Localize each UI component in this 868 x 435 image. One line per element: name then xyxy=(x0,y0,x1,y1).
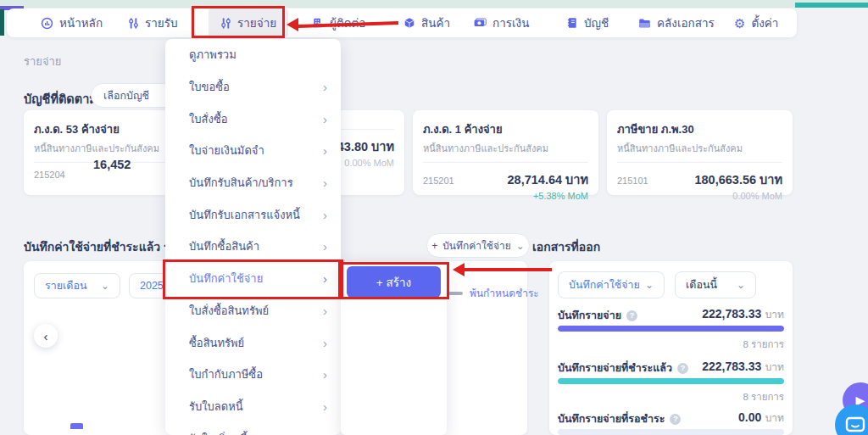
dashboard-icon xyxy=(41,17,53,30)
chevron-right-icon: › xyxy=(323,112,327,126)
menu-item-asset-purchase[interactable]: ซื้อสินทรัพย์› xyxy=(165,326,341,359)
nav-label: หน้าหลัก xyxy=(59,14,103,32)
plus-icon: + xyxy=(431,240,437,252)
nav-label: รายจ่าย xyxy=(237,14,276,32)
sliders-icon xyxy=(128,17,139,30)
main-navbar: หน้าหลัก รายรับ รายจ่าย ผู้ติดต่อ สินค้า… xyxy=(7,8,797,37)
chevron-right-icon: › xyxy=(323,336,327,350)
period-select[interactable]: รายเดือน ⌄ xyxy=(34,273,120,298)
ledger-book-icon xyxy=(566,17,578,29)
account-card-title: ภ.ง.ด. 1 ค้างจ่าย xyxy=(423,120,588,138)
nav-item-settings[interactable]: ⚙ ตั้งค่า xyxy=(734,8,778,37)
menu-item-deposit-payment[interactable]: ใบจ่ายเงินมัดจำ› xyxy=(165,135,341,167)
chevron-right-icon: › xyxy=(323,239,327,254)
create-label: สร้าง xyxy=(386,276,411,289)
legend-dash-icon xyxy=(448,292,463,295)
stat-pending-value: 0.00 บาท xyxy=(558,410,784,426)
select-account-label: เลือกบัญชี xyxy=(103,87,149,104)
menu-label: รับใบเพิ่มหนี้ xyxy=(189,430,248,435)
period-select-value: รายเดือน xyxy=(45,277,87,294)
chevron-down-icon: ⌄ xyxy=(516,240,525,252)
nav-item-accounting[interactable]: บัญชี xyxy=(566,8,609,37)
nav-label: คลังเอกสาร xyxy=(657,14,715,32)
chart-prev-button[interactable]: ‹ xyxy=(34,324,58,348)
chat-icon xyxy=(845,415,865,434)
chart-legend-overdue: พ้นกำหนดชำระ xyxy=(448,285,539,301)
tracked-accounts-label: บัญชีที่ติดตาม xyxy=(24,89,97,109)
add-expense-label: บันทึกค่าใช้จ่าย xyxy=(442,237,511,254)
folder-icon xyxy=(638,18,651,29)
account-card[interactable]: ภาษีขาย ภ.พ.30 หนี้สินทางภาษีและประกันสั… xyxy=(607,110,793,195)
money-icon xyxy=(473,17,487,29)
chevron-right-icon: › xyxy=(323,367,327,382)
breadcrumb: รายจ่าย xyxy=(24,53,61,70)
stat-paid-count: 8 รายการ xyxy=(558,389,784,404)
account-card-subtitle: หนี้สินทางภาษีและประกันสังคม xyxy=(423,141,588,163)
nav-label: บัญชี xyxy=(584,14,609,32)
chevron-down-icon: ⌄ xyxy=(101,280,109,292)
menu-label: รับใบลดหนี้ xyxy=(189,398,243,415)
chevron-right-icon: › xyxy=(323,80,327,94)
account-code: 215101 xyxy=(617,176,648,186)
account-code: 215204 xyxy=(34,170,65,180)
chat-button[interactable] xyxy=(835,404,868,435)
plus-icon: + xyxy=(376,276,383,289)
top-teal-strip xyxy=(795,3,868,8)
chevron-right-icon: › xyxy=(323,271,327,286)
expense-record-submenu: + สร้าง รอชำระเงิน ชำระแล้ว พ้นกำหนด ดูท… xyxy=(341,261,447,435)
stat-paid-value: 222,783.33 บาท xyxy=(558,359,784,375)
doc-period-select[interactable]: เดือนนี้ ⌄ xyxy=(675,271,756,298)
account-mom: 0.00% MoM xyxy=(617,191,782,201)
cube-icon xyxy=(403,17,415,29)
menu-item-debit-note[interactable]: รับใบเพิ่มหนี้› xyxy=(165,422,341,435)
menu-item-credit-note[interactable]: รับใบลดหนี้› xyxy=(165,391,341,423)
annotation-arrow-shaft xyxy=(465,268,552,271)
menu-label: ซื้อสินทรัพย์ xyxy=(189,334,244,352)
add-expense-button[interactable]: + บันทึกค่าใช้จ่าย ⌄ xyxy=(426,233,530,258)
chevron-left-icon: ‹ xyxy=(44,329,48,343)
expenses-dropdown-menu: ดูภาพรวม ใบขอซื้อ› ใบสั่งซื้อ› ใบจ่ายเงิ… xyxy=(165,39,341,435)
menu-label: ใบสั่งซื้อสินทรัพย์ xyxy=(189,302,269,320)
stat-expense-count: 8 รายการ xyxy=(558,337,784,352)
account-amount: 16,452 xyxy=(93,158,131,171)
legend-label: พ้นกำหนดชำระ xyxy=(470,285,539,301)
menu-item-asset-purchase-order[interactable]: ใบสั่งซื้อสินทรัพย์› xyxy=(165,295,341,327)
menu-item-goods-receipt[interactable]: บันทึกรับสินค้า/บริการ› xyxy=(165,167,341,199)
menu-label: บันทึกซื้อสินค้า xyxy=(189,237,259,255)
create-expense-button[interactable]: + สร้าง xyxy=(347,266,441,298)
menu-item-overview[interactable]: ดูภาพรวม xyxy=(165,39,341,71)
left-edge-strip xyxy=(0,9,4,36)
nav-label: สินค้า xyxy=(421,14,450,32)
chevron-down-icon: ⌄ xyxy=(737,279,745,291)
menu-item-purchase-tax-invoice[interactable]: ใบกำกับภาษีซื้อ› xyxy=(165,359,341,391)
year-select-value: 2025 xyxy=(140,280,164,292)
menu-item-invoice-receipt[interactable]: บันทึกรับเอกสารแจ้งหนี้› xyxy=(165,198,341,231)
stat-paid-bar xyxy=(558,378,784,384)
top-background-strip xyxy=(0,0,868,8)
doc-type-select[interactable]: บันทึกค่าใช้จ่าย ⌄ xyxy=(558,271,665,298)
nav-item-home[interactable]: หน้าหลัก xyxy=(41,8,103,37)
nav-item-finance[interactable]: การเงิน xyxy=(473,8,529,37)
account-card[interactable]: ภ.ง.ด. 1 ค้างจ่าย หนี้สินทางภาษีและประกั… xyxy=(413,110,598,195)
nav-label: รายรับ xyxy=(145,14,178,32)
nav-item-documents[interactable]: คลังเอกสาร xyxy=(638,8,715,37)
nav-item-products[interactable]: สินค้า xyxy=(403,8,450,37)
menu-item-purchase-record[interactable]: บันทึกซื้อสินค้า› xyxy=(165,231,341,263)
doc-type-value: บันทึกค่าใช้จ่าย xyxy=(569,276,640,293)
chevron-right-icon: › xyxy=(323,208,327,222)
chevron-right-icon: › xyxy=(323,176,327,190)
gear-icon: ⚙ xyxy=(734,17,745,30)
chart-bar xyxy=(70,423,83,429)
chevron-right-icon: › xyxy=(323,399,327,414)
menu-label: บันทึกรับสินค้า/บริการ xyxy=(189,174,293,192)
nav-item-income[interactable]: รายรับ xyxy=(128,8,178,37)
nav-label: การเงิน xyxy=(492,14,529,32)
menu-item-purchase-request[interactable]: ใบขอซื้อ› xyxy=(165,71,341,103)
menu-item-purchase-order[interactable]: ใบสั่งซื้อ› xyxy=(165,103,341,135)
annotation-arrow-head xyxy=(453,263,465,276)
documents-section-title: เอกสารที่ออก xyxy=(532,237,600,256)
stat-expense-bar xyxy=(558,326,784,332)
stat-pending-bar xyxy=(558,429,784,435)
nav-item-expenses[interactable]: รายจ่าย xyxy=(209,8,288,37)
menu-item-expense-record[interactable]: บันทึกค่าใช้จ่าย› xyxy=(165,263,341,295)
